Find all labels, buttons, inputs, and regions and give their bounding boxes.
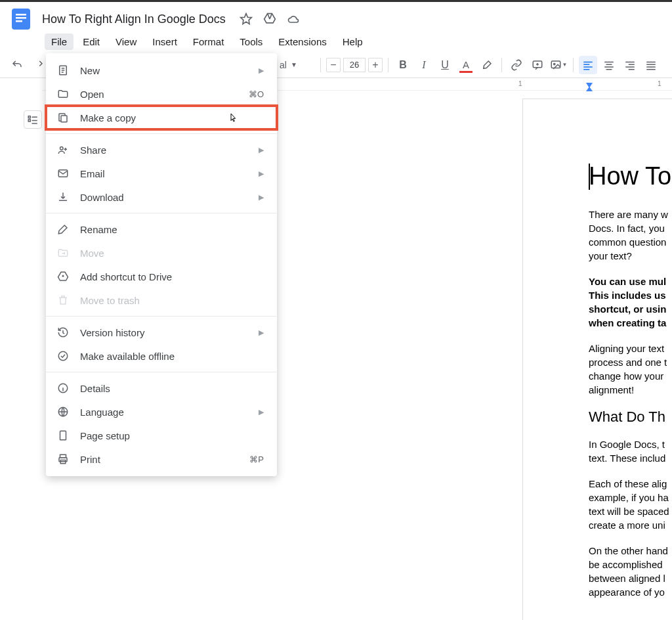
toolbar-separator (573, 58, 574, 72)
menu-insert[interactable]: Insert (146, 33, 184, 50)
text-color-button[interactable]: A (457, 56, 475, 74)
align-left-button[interactable] (579, 56, 597, 74)
menu-item-label: Page setup (80, 430, 264, 441)
svg-point-12 (58, 351, 68, 361)
svg-rect-15 (60, 431, 66, 440)
menu-item-share[interactable]: Share▶ (46, 138, 277, 162)
menu-format[interactable]: Format (186, 33, 231, 50)
trash-icon (56, 294, 70, 307)
menu-item-label: Download (80, 192, 259, 203)
docs-logo-icon[interactable] (8, 6, 34, 32)
undo-button[interactable] (8, 56, 26, 74)
menu-item-details[interactable]: Details (46, 376, 277, 400)
menu-item-label: Open (80, 89, 249, 100)
document-page[interactable]: How To There are many w Docs. In fact, y… (522, 99, 672, 620)
menu-item-open[interactable]: Open⌘O (46, 82, 277, 106)
menu-item-version-history[interactable]: Version history▶ (46, 321, 277, 344)
svg-rect-20 (28, 120, 30, 122)
outline-toggle-button[interactable] (24, 110, 42, 129)
underline-button[interactable]: U (436, 56, 454, 74)
menu-item-new[interactable]: New▶ (46, 58, 277, 82)
menu-help[interactable]: Help (336, 33, 369, 50)
menu-item-language[interactable]: Language▶ (46, 400, 277, 424)
svg-rect-0 (12, 9, 30, 30)
italic-button[interactable]: I (415, 56, 433, 74)
menu-item-move: Move (46, 241, 277, 265)
menu-item-label: Language (80, 407, 259, 418)
bold-button[interactable]: B (394, 56, 412, 74)
submenu-arrow-icon: ▶ (259, 66, 264, 75)
doc-heading: How To (589, 162, 672, 190)
menubar: File Edit View Insert Format Tools Exten… (0, 31, 672, 52)
menu-item-label: Details (80, 383, 264, 394)
star-icon[interactable] (239, 12, 253, 26)
cloud-status-icon[interactable] (286, 12, 301, 26)
page-icon (56, 429, 70, 442)
svg-rect-2 (16, 17, 26, 19)
menu-item-make-a-copy[interactable]: Make a copy (46, 106, 277, 129)
menu-item-label: Make a copy (80, 112, 264, 123)
menu-separator (46, 372, 277, 372)
titlebar: How To Right Align In Google Docs (0, 2, 672, 31)
submenu-arrow-icon: ▶ (259, 169, 264, 178)
rename-icon (56, 223, 70, 236)
doc-paragraph: On the other hand be accomplished betwee… (589, 544, 672, 599)
left-gutter: 1 2 3 4 5 6 (0, 80, 42, 620)
svg-rect-9 (61, 116, 67, 122)
insert-link-button[interactable] (507, 56, 526, 74)
menu-item-email[interactable]: Email▶ (46, 162, 277, 185)
font-size-increase[interactable]: + (368, 58, 383, 72)
menu-item-label: Version history (80, 327, 259, 338)
folder-icon (56, 87, 70, 100)
doc-icon (56, 64, 70, 77)
menu-item-make-available-offline[interactable]: Make available offline (46, 344, 277, 368)
font-size-input[interactable] (343, 58, 366, 72)
menu-item-add-shortcut-to-drive[interactable]: Add shortcut to Drive (46, 265, 277, 288)
menu-extensions[interactable]: Extensions (272, 33, 333, 50)
svg-rect-1 (16, 14, 26, 16)
history-icon (56, 326, 70, 339)
globe-icon (56, 405, 70, 418)
insert-image-button[interactable]: ▼ (549, 56, 568, 74)
menu-separator (46, 133, 277, 134)
highlight-color-button[interactable] (478, 56, 496, 74)
menu-item-label: Rename (80, 224, 264, 235)
menu-view[interactable]: View (109, 33, 143, 50)
ruler-tick: 1 (518, 80, 522, 87)
doc-subheading: What Do Th (589, 409, 672, 426)
insert-comment-button[interactable] (528, 56, 547, 74)
svg-point-7 (553, 63, 555, 64)
move-to-drive-icon[interactable] (262, 12, 277, 26)
font-size-decrease[interactable]: − (326, 58, 341, 72)
toolbar-separator (388, 58, 388, 72)
menu-item-label: Move (80, 248, 264, 259)
svg-marker-4 (240, 14, 251, 24)
font-family-label: al (280, 60, 287, 70)
align-justify-button[interactable] (642, 56, 660, 74)
doc-paragraph: You can use mul This includes us shortcu… (589, 275, 672, 330)
doc-paragraph: In Google Docs, t text. These includ (589, 437, 672, 465)
menu-item-label: Add shortcut to Drive (80, 271, 264, 282)
menu-item-label: Make available offline (80, 351, 264, 362)
align-center-button[interactable] (600, 56, 618, 74)
menu-item-page-setup[interactable]: Page setup (46, 424, 277, 447)
document-title[interactable]: How To Right Align In Google Docs (39, 11, 228, 28)
menu-tools[interactable]: Tools (233, 33, 269, 50)
menu-item-print[interactable]: Print⌘P (46, 447, 277, 471)
ruler-tick: 1 (658, 80, 662, 87)
menu-item-label: Email (80, 168, 259, 179)
doc-paragraph: Each of these alig example, if you ha te… (589, 477, 672, 532)
submenu-arrow-icon: ▶ (259, 146, 264, 154)
toolbar-separator (320, 58, 321, 72)
menu-edit[interactable]: Edit (76, 33, 106, 50)
offline-icon (56, 349, 70, 363)
redo-button[interactable] (29, 56, 47, 74)
menu-file[interactable]: File (45, 33, 74, 50)
svg-rect-19 (28, 116, 30, 118)
align-right-button[interactable] (621, 56, 639, 74)
menu-item-rename[interactable]: Rename (46, 217, 277, 241)
svg-rect-3 (16, 20, 22, 22)
menu-item-download[interactable]: Download▶ (46, 185, 277, 209)
toolbar-separator (501, 58, 502, 72)
font-family-select[interactable]: al ▼ (276, 60, 315, 70)
